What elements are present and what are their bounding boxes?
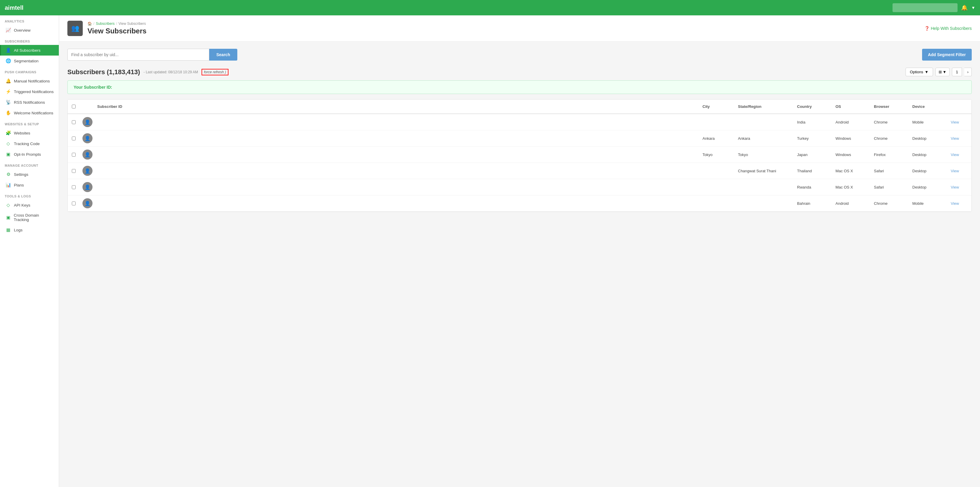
row-country: Turkey [794, 133, 832, 143]
subscribers-heading-left: Subscribers (1,183,413) - Last updated: … [67, 68, 228, 76]
websites-icon: 🧩 [6, 131, 11, 136]
sidebar-item-overview[interactable]: 📈Overview [0, 25, 59, 35]
subscribers-count: Subscribers (1,183,413) [67, 68, 140, 76]
options-button[interactable]: Options ▼ [905, 68, 933, 76]
th-browser: Browser [871, 103, 909, 110]
row-city [700, 119, 735, 125]
sidebar-item-logs[interactable]: ▦Logs [0, 224, 59, 235]
sidebar-item-label: Triggered Notifications [14, 89, 54, 94]
sidebar-item-triggered-notifications[interactable]: ⚡Triggered Notifications [0, 86, 59, 97]
sidebar-item-opt-in-prompts[interactable]: ▣Opt-In Prompts [0, 149, 59, 159]
row-checkbox-5[interactable] [72, 202, 76, 205]
force-refresh-button[interactable]: force refresh ) [202, 69, 228, 75]
row-checkbox-cell [68, 150, 80, 159]
row-avatar-cell: 👤 [80, 195, 94, 211]
person-icon: 👤 [84, 152, 91, 158]
row-view-cell: View [948, 166, 971, 176]
row-view-cell: View [948, 150, 971, 160]
row-subscriber-id [94, 151, 700, 158]
view-subscriber-link[interactable]: View [951, 169, 959, 173]
th-subscriber-id: Subscriber ID [94, 103, 700, 110]
sidebar-item-settings[interactable]: ⚙Settings [0, 169, 59, 180]
row-avatar-cell: 👤 [80, 146, 94, 162]
view-subscriber-link[interactable]: View [951, 120, 959, 124]
avatar: 👤 [83, 166, 92, 176]
page-next-button[interactable]: › [964, 68, 972, 76]
sidebar-item-label: Settings [14, 172, 29, 177]
row-checkbox-2[interactable] [72, 153, 76, 157]
sidebar-item-api-keys[interactable]: ◇API Keys [0, 200, 59, 210]
sidebar-item-all-subscribers[interactable]: 👤All Subscribers [0, 45, 59, 56]
header-search-input[interactable] [892, 3, 958, 12]
sidebar-item-tracking-code[interactable]: ◇Tracking Code [0, 138, 59, 149]
heading-right: Options ▼ ⊞ ▼ 1 › [905, 68, 972, 76]
row-country: Rwanda [794, 182, 832, 193]
row-checkbox-1[interactable] [72, 137, 76, 140]
row-city [700, 201, 735, 206]
sidebar-item-cross-domain-tracking[interactable]: ▣Cross Domain Tracking [0, 210, 59, 224]
select-all-checkbox[interactable] [72, 105, 76, 108]
search-button[interactable]: Search [209, 49, 237, 60]
row-city [700, 184, 735, 190]
row-view-cell: View [948, 117, 971, 127]
breadcrumb: 🏠 / Subscribers / View Subscribers [88, 22, 146, 26]
table-row: 👤 Tokyo Tokyo Japan Windows Firefox Desk… [68, 146, 971, 163]
sidebar-item-label: RSS Notifications [14, 100, 45, 105]
row-country: Bahrain [794, 198, 832, 208]
sidebar-item-welcome-notifications[interactable]: ✋Welcome Notifications [0, 108, 59, 118]
row-browser: Chrome [871, 117, 909, 127]
all-subscribers-icon: 👤 [6, 48, 11, 53]
row-checkbox-cell [68, 166, 80, 176]
view-subscriber-link[interactable]: View [951, 201, 959, 206]
view-subscriber-link[interactable]: View [951, 153, 959, 157]
row-os: Windows [832, 133, 871, 143]
sidebar-item-label: Plans [14, 183, 24, 187]
sidebar-item-rss-notifications[interactable]: 📡RSS Notifications [0, 97, 59, 108]
tracking-code-icon: ◇ [6, 141, 11, 146]
sidebar-item-label: Welcome Notifications [14, 111, 53, 115]
row-state: Ankara [735, 133, 794, 143]
row-subscriber-id [94, 119, 700, 125]
table-header: Subscriber ID City State/Region Country … [68, 100, 971, 114]
sidebar-item-segmentation[interactable]: 🌐Segmentation [0, 56, 59, 66]
row-checkbox-0[interactable] [72, 120, 76, 124]
options-caret-icon: ▼ [925, 70, 929, 74]
logs-icon: ▦ [6, 227, 11, 232]
row-checkbox-3[interactable] [72, 169, 76, 173]
row-os: Android [832, 117, 871, 127]
row-country: Japan [794, 150, 832, 160]
view-subscriber-link[interactable]: View [951, 136, 959, 141]
bell-icon[interactable]: 🔔 [961, 5, 967, 11]
row-browser: Chrome [871, 198, 909, 208]
columns-button[interactable]: ⊞ ▼ [935, 68, 950, 76]
view-subscriber-link[interactable]: View [951, 185, 959, 189]
help-with-subscribers-link[interactable]: ❓ Help With Subscribers [924, 26, 972, 31]
breadcrumb-subscribers[interactable]: Subscribers [96, 22, 115, 26]
row-checkbox-cell [68, 199, 80, 208]
add-segment-filter-button[interactable]: Add Segment Filter [922, 49, 972, 60]
row-avatar-cell: 👤 [80, 179, 94, 195]
sidebar-item-label: Overview [14, 28, 30, 32]
sidebar-item-websites[interactable]: 🧩Websites [0, 128, 59, 138]
sidebar-item-label: All Subscribers [14, 48, 40, 53]
cross-domain-tracking-icon: ▣ [6, 215, 11, 220]
avatar: 👤 [83, 198, 92, 208]
last-updated-text: - Last updated: 08/12/18 10:29 AM [144, 70, 198, 74]
triggered-notifications-icon: ⚡ [6, 89, 11, 94]
overview-icon: 📈 [6, 27, 11, 33]
search-input[interactable] [67, 49, 209, 60]
logo: aimtell [5, 5, 23, 11]
th-actions [948, 103, 971, 110]
th-city: City [700, 103, 735, 110]
th-country: Country [794, 103, 832, 110]
options-label: Options [910, 70, 923, 74]
content-area: 👥 🏠 / Subscribers / View Subscribers Vie… [59, 15, 980, 487]
row-checkbox-4[interactable] [72, 185, 76, 189]
sidebar-section-label: WEBSITES & SETUP [0, 118, 59, 128]
sidebar-item-manual-notifications[interactable]: 🔔Manual Notifications [0, 76, 59, 86]
row-state [735, 201, 794, 206]
row-os: Mac OS X [832, 166, 871, 176]
sidebar-item-plans[interactable]: 📊Plans [0, 180, 59, 190]
plans-icon: 📊 [6, 182, 11, 188]
header-caret-icon[interactable]: ▼ [971, 5, 975, 10]
